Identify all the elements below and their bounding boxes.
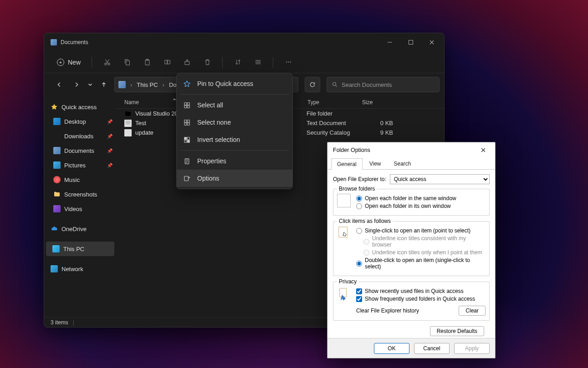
- privacy-group: Privacy Show recently used files in Quic…: [333, 282, 490, 321]
- delete-button[interactable]: [199, 55, 215, 70]
- rename-button[interactable]: [159, 55, 175, 70]
- ctx-invert-selection[interactable]: Invert selection: [177, 131, 292, 148]
- chevron-right-icon: ›: [163, 81, 164, 88]
- click-illustration-icon: [337, 226, 351, 240]
- label: This PC: [63, 246, 84, 252]
- search-icon: [332, 81, 338, 88]
- cut-button[interactable]: [99, 55, 115, 70]
- sidebar-item-documents[interactable]: Documents📌: [44, 143, 116, 158]
- toolbar: + New: [44, 51, 444, 73]
- minimize-button[interactable]: [379, 33, 400, 51]
- dialog-titlebar[interactable]: Folder Options: [327, 142, 495, 158]
- desktop-icon: [53, 118, 61, 125]
- pin-icon: 📌: [107, 119, 112, 124]
- options-icon: [183, 175, 191, 182]
- separator: [180, 150, 289, 151]
- sidebar-item-music[interactable]: Music: [44, 172, 116, 187]
- cancel-button[interactable]: Cancel: [414, 343, 450, 354]
- svg-rect-16: [187, 106, 189, 108]
- pin-icon: 📌: [107, 134, 112, 139]
- svg-rect-14: [187, 102, 189, 105]
- share-button[interactable]: [179, 55, 195, 70]
- svg-point-9: [286, 61, 287, 62]
- radio-underline-browser: Underline icon titles consistent with my…: [363, 235, 486, 248]
- file-type: Text Document: [307, 120, 361, 126]
- maximize-button[interactable]: [400, 33, 421, 51]
- status-text: 3 items: [51, 319, 68, 326]
- tab-general[interactable]: General: [331, 158, 363, 170]
- sidebar-item-downloads[interactable]: Downloads📌: [44, 129, 116, 143]
- close-button[interactable]: [421, 33, 442, 51]
- ctx-options[interactable]: Options: [177, 170, 292, 187]
- ctx-select-none[interactable]: Select none: [177, 114, 292, 131]
- open-to-select[interactable]: Quick access: [390, 174, 490, 184]
- sort-button[interactable]: [230, 55, 245, 70]
- breadcrumb-root[interactable]: This PC: [137, 81, 158, 88]
- window-title: Documents: [61, 39, 88, 45]
- pin-icon: 📌: [107, 148, 112, 153]
- ok-button[interactable]: OK: [374, 343, 409, 354]
- sidebar-this-pc[interactable]: This PC: [46, 242, 114, 256]
- dialog-close-button[interactable]: [475, 144, 491, 156]
- svg-rect-0: [409, 40, 413, 45]
- copy-button[interactable]: [119, 55, 135, 70]
- divider: [92, 57, 92, 68]
- check-show-recent[interactable]: Show recently used files in Quick access: [356, 288, 486, 294]
- sidebar-item-videos[interactable]: Videos: [44, 202, 116, 216]
- up-button[interactable]: [97, 78, 111, 91]
- ctx-properties[interactable]: Properties: [177, 152, 292, 170]
- refresh-button[interactable]: [305, 77, 320, 92]
- sidebar-network[interactable]: Network: [44, 262, 116, 276]
- svg-point-1: [104, 63, 106, 65]
- divider: [273, 57, 273, 68]
- forward-button[interactable]: [70, 78, 83, 91]
- ctx-pin-quick-access[interactable]: Pin to Quick access: [177, 75, 292, 92]
- radio-single-click[interactable]: Single-click to open an item (point to s…: [356, 227, 486, 234]
- tab-search[interactable]: Search: [388, 158, 417, 169]
- videos-icon: [53, 205, 61, 212]
- titlebar[interactable]: Documents: [44, 33, 444, 51]
- check-show-frequent[interactable]: Show frequently used folders in Quick ac…: [356, 296, 486, 302]
- svg-point-10: [288, 61, 289, 62]
- folder-options-dialog: Folder Options General View Search Open …: [327, 142, 496, 358]
- recent-button[interactable]: [87, 78, 93, 91]
- sidebar-onedrive[interactable]: OneDrive: [44, 222, 116, 236]
- paste-button[interactable]: [139, 55, 155, 70]
- radio-double-click[interactable]: Double-click to open an item (single-cli…: [356, 257, 486, 270]
- sidebar-item-screenshots[interactable]: Screenshots: [44, 187, 116, 202]
- column-size[interactable]: Size: [362, 99, 380, 106]
- group-title: Browse folders: [337, 186, 377, 192]
- label: Options: [197, 175, 219, 182]
- restore-defaults-button[interactable]: Restore Defaults: [430, 326, 484, 336]
- back-button[interactable]: [52, 78, 66, 91]
- label: Documents: [64, 147, 94, 154]
- group-title: Click items as follows: [337, 218, 393, 224]
- sidebar-item-pictures[interactable]: Pictures📌: [44, 158, 116, 172]
- label: Quick access: [61, 104, 97, 111]
- apply-button[interactable]: Apply: [454, 343, 490, 354]
- ctx-select-all[interactable]: Select all: [177, 96, 292, 114]
- click-items-group: Click items as follows Single-click to o…: [333, 221, 490, 276]
- sidebar-item-desktop[interactable]: Desktop📌: [44, 114, 116, 129]
- radio-own-window[interactable]: Open each folder in its own window: [356, 203, 486, 209]
- file-type: Security Catalog: [307, 129, 361, 136]
- label: Videos: [64, 206, 82, 212]
- invert-icon: [183, 136, 191, 144]
- svg-rect-20: [187, 123, 189, 125]
- search-input[interactable]: Search Documents: [327, 77, 440, 92]
- label: Select all: [197, 101, 223, 109]
- dialog-tabs: General View Search: [327, 157, 495, 170]
- sidebar-quick-access[interactable]: Quick access: [44, 100, 116, 114]
- radio-same-window[interactable]: Open each folder in the same window: [356, 195, 486, 202]
- svg-rect-17: [184, 120, 187, 122]
- file-type: File folder: [307, 110, 361, 117]
- label: Downloads: [64, 133, 93, 140]
- new-button[interactable]: + New: [53, 55, 84, 70]
- tab-view[interactable]: View: [363, 158, 387, 169]
- folder-icon: [124, 110, 132, 117]
- more-button[interactable]: [281, 55, 296, 70]
- column-type[interactable]: Type: [307, 99, 362, 106]
- clear-button[interactable]: Clear: [459, 306, 486, 316]
- view-button[interactable]: [250, 55, 266, 70]
- pin-icon: 📌: [107, 163, 112, 168]
